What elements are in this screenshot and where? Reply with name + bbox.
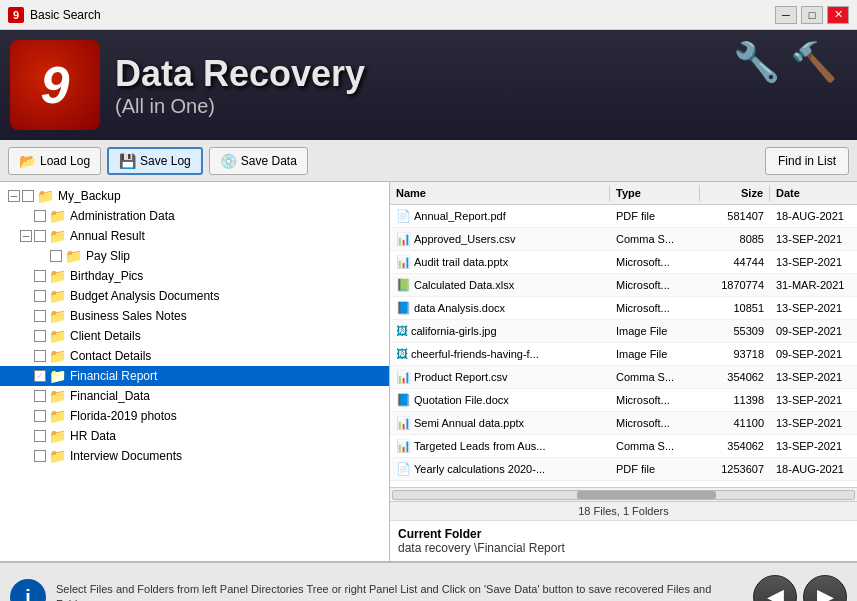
tree-item[interactable]: 📁 Client Details: [0, 326, 389, 346]
folder-icon: 📁: [49, 368, 66, 384]
tree-item[interactable]: 📁 Financial_Data: [0, 386, 389, 406]
tree-item[interactable]: 📁 Birthday_Pics: [0, 266, 389, 286]
file-row[interactable]: 📗 Calculated Data.xlsx Microsoft... 1870…: [390, 274, 857, 297]
file-size-cell: 11398: [700, 392, 770, 408]
tree-item[interactable]: ─ 📁 Annual Result: [0, 226, 389, 246]
pdf-file-icon: 📄: [396, 462, 411, 476]
file-row[interactable]: 📄 Annual_Report.pdf PDF file 581407 18-A…: [390, 205, 857, 228]
checkbox-business[interactable]: [34, 310, 46, 322]
file-row[interactable]: 📄 Yearly calculations 2020-... PDF file …: [390, 458, 857, 481]
checkbox-my-backup[interactable]: [22, 190, 34, 202]
folder-icon: 📁: [49, 408, 66, 424]
close-button[interactable]: ✕: [827, 6, 849, 24]
file-row[interactable]: 📊 Product Report.csv Comma S... 354062 1…: [390, 366, 857, 389]
tree-item[interactable]: 📁 Florida-2019 photos: [0, 406, 389, 426]
checkbox-hr[interactable]: [34, 430, 46, 442]
checkbox-budget[interactable]: [34, 290, 46, 302]
nav-next-button[interactable]: ▶: [803, 575, 847, 601]
current-folder-path: data recovery \Financial Report: [398, 541, 849, 555]
main-content: ─ 📁 My_Backup 📁 Administration Data ─ 📁 …: [0, 182, 857, 562]
tree-panel[interactable]: ─ 📁 My_Backup 📁 Administration Data ─ 📁 …: [0, 182, 390, 561]
folder-icon: 📁: [49, 288, 66, 304]
checkbox-interview[interactable]: [34, 450, 46, 462]
tree-item[interactable]: 📁 Interview Documents: [0, 446, 389, 466]
col-header-type[interactable]: Type: [610, 185, 700, 201]
csv-file-icon: 📊: [396, 232, 411, 246]
file-row[interactable]: 📊 Approved_Users.csv Comma S... 8085 13-…: [390, 228, 857, 251]
file-row[interactable]: 📊 Audit trail data.pptx Microsoft... 447…: [390, 251, 857, 274]
col-header-size[interactable]: Size: [700, 185, 770, 201]
ppt-file-icon: 📊: [396, 255, 411, 269]
tree-item-label: Pay Slip: [86, 249, 130, 263]
file-row[interactable]: 📘 Quotation File.docx Microsoft... 11398…: [390, 389, 857, 412]
tree-item[interactable]: ─ 📁 My_Backup: [0, 186, 389, 206]
app-icon: 9: [8, 7, 24, 23]
checkbox-contact[interactable]: [34, 350, 46, 362]
tree-item[interactable]: 📁 Administration Data: [0, 206, 389, 226]
file-row[interactable]: 📊 Semi Annual data.pptx Microsoft... 411…: [390, 412, 857, 435]
tree-item-label: Contact Details: [70, 349, 151, 363]
word-file-icon: 📘: [396, 393, 411, 407]
file-list[interactable]: 📄 Annual_Report.pdf PDF file 581407 18-A…: [390, 205, 857, 487]
tree-item[interactable]: 📁 HR Data: [0, 426, 389, 446]
title-bar-controls: ─ □ ✕: [775, 6, 849, 24]
checkbox-admin[interactable]: [34, 210, 46, 222]
tree-item-label: HR Data: [70, 429, 116, 443]
nav-prev-button[interactable]: ◀: [753, 575, 797, 601]
file-date-cell: 18-AUG-2021: [770, 208, 857, 224]
header-subtitle: (All in One): [115, 95, 365, 118]
find-in-list-button[interactable]: Find in List: [765, 147, 849, 175]
folder-icon: 📁: [49, 348, 66, 364]
scroll-track[interactable]: [392, 490, 855, 500]
title-bar-left: 9 Basic Search: [8, 7, 101, 23]
col-header-name[interactable]: Name: [390, 185, 610, 201]
checkbox-client[interactable]: [34, 330, 46, 342]
save-log-button[interactable]: 💾 Save Log: [107, 147, 203, 175]
tree-item[interactable]: 📁 Pay Slip: [0, 246, 389, 266]
minimize-button[interactable]: ─: [775, 6, 797, 24]
csv-file-icon: 📊: [396, 439, 411, 453]
tree-item[interactable]: 📁 Contact Details: [0, 346, 389, 366]
file-name-cell: 📘 Quotation File.docx: [390, 391, 610, 409]
toolbar: 📂 Load Log 💾 Save Log 💿 Save Data Find i…: [0, 140, 857, 182]
bottom-bar: i Select Files and Folders from left Pan…: [0, 562, 857, 601]
checkbox-florida[interactable]: [34, 410, 46, 422]
checkbox-payslip[interactable]: [50, 250, 62, 262]
horizontal-scrollbar[interactable]: [390, 487, 857, 501]
folder-icon: 📁: [49, 328, 66, 344]
tree-item[interactable]: 📁 Budget Analysis Documents: [0, 286, 389, 306]
file-table-header: Name Type Size Date Time: [390, 182, 857, 205]
file-name-cell: 📊 Product Report.csv: [390, 368, 610, 386]
file-date-cell: 13-SEP-2021: [770, 438, 857, 454]
file-panel: Name Type Size Date Time 📄 Annual_Report…: [390, 182, 857, 561]
file-row[interactable]: 📘 data Analysis.docx Microsoft... 10851 …: [390, 297, 857, 320]
checkbox-birthday[interactable]: [34, 270, 46, 282]
file-size-cell: 354062: [700, 438, 770, 454]
folder-icon: 📁: [49, 448, 66, 464]
file-date-cell: 13-SEP-2021: [770, 231, 857, 247]
wrench-icon: 🔨: [790, 40, 837, 84]
maximize-button[interactable]: □: [801, 6, 823, 24]
expand-icon[interactable]: ─: [20, 230, 32, 242]
save-data-button[interactable]: 💿 Save Data: [209, 147, 308, 175]
screwdriver-icon: 🔧: [733, 40, 780, 84]
checkbox-financial-data[interactable]: [34, 390, 46, 402]
tree-item-label: Florida-2019 photos: [70, 409, 177, 423]
file-row[interactable]: 🖼 california-girls.jpg Image File 55309 …: [390, 320, 857, 343]
tree-item[interactable]: 📁 Business Sales Notes: [0, 306, 389, 326]
file-type-cell: Microsoft...: [610, 277, 700, 293]
scroll-thumb: [577, 491, 715, 499]
file-row[interactable]: 🖼 cheerful-friends-having-f... Image Fil…: [390, 343, 857, 366]
load-log-button[interactable]: 📂 Load Log: [8, 147, 101, 175]
tree-item-label: Business Sales Notes: [70, 309, 187, 323]
checkbox-financial-report[interactable]: ✓: [34, 370, 46, 382]
checkbox-annual[interactable]: [34, 230, 46, 242]
expand-icon[interactable]: ─: [8, 190, 20, 202]
file-size-cell: 1253607: [700, 461, 770, 477]
file-row[interactable]: 📊 Targeted Leads from Aus... Comma S... …: [390, 435, 857, 458]
folder-icon: 📁: [49, 228, 66, 244]
col-header-date[interactable]: Date: [770, 185, 857, 201]
tree-item-financial-report[interactable]: ✓ 📁 Financial Report: [0, 366, 389, 386]
tree-item-label: Annual Result: [70, 229, 145, 243]
file-type-cell: Comma S...: [610, 438, 700, 454]
